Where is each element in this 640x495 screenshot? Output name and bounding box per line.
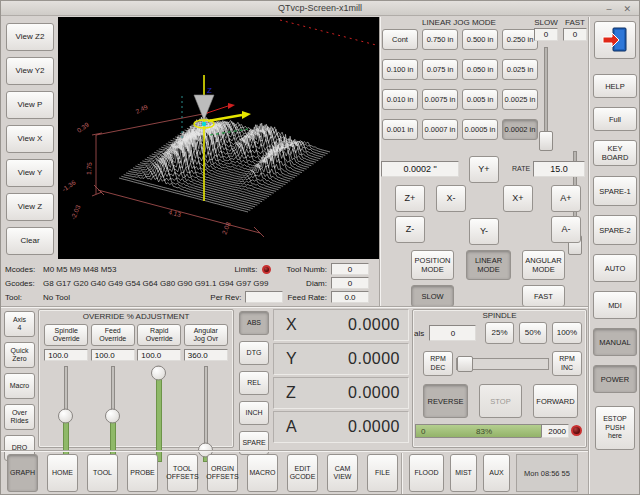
slow-speed-button[interactable]: SLOW xyxy=(411,285,454,307)
jog-increment-0250[interactable]: 0.250 in xyxy=(502,29,538,50)
estop-button[interactable]: ESTOP PUSH here xyxy=(595,406,635,450)
spare-2-button[interactable]: SPARE-2 xyxy=(593,215,637,245)
mdi-mode-button[interactable]: MDI xyxy=(593,291,637,319)
rpm-dec-button[interactable]: RPM DEC xyxy=(423,351,453,376)
nav-orgin-offsets-button[interactable]: ORGIN OFFSETS xyxy=(207,454,238,492)
jog-x-plus-button[interactable]: X+ xyxy=(503,185,533,212)
view-x-button[interactable]: View X xyxy=(6,125,54,153)
rapid-override-button[interactable]: Rapid Override xyxy=(137,324,181,346)
angular-mode-button[interactable]: ANGULAR MODE xyxy=(522,250,565,280)
fast-speed-button[interactable]: FAST xyxy=(522,285,565,307)
help-button[interactable]: HELP xyxy=(593,74,637,98)
dro-tab-abs[interactable]: ABS xyxy=(239,311,269,335)
x-axis-arrow-head xyxy=(228,103,235,109)
nav-tool-button[interactable]: TOOL xyxy=(87,454,118,492)
tab-axis-4[interactable]: Axis 4 xyxy=(4,311,35,337)
jog-increment-0025[interactable]: 0.025 in xyxy=(502,59,538,80)
nav-cam-view-button[interactable]: CAM VIEW xyxy=(327,454,358,492)
gremlin-3d-view[interactable]: 0.39 1.75 -1.36 2.49 4.13 -2.03 2.08 Z xyxy=(58,17,379,259)
spindle-rpm-spinbox[interactable]: 2000 xyxy=(541,424,569,438)
full-button[interactable]: Full xyxy=(593,107,637,131)
jog-increment-cont[interactable]: Cont xyxy=(382,29,418,50)
jog-y-minus-button[interactable]: Y- xyxy=(469,218,499,245)
aux-button[interactable]: AUX xyxy=(483,454,510,492)
mist-button[interactable]: MIST xyxy=(450,454,477,492)
flood-button[interactable]: FLOOD xyxy=(409,454,444,492)
slow-rate-spinbox[interactable]: 0 xyxy=(534,28,558,41)
spindle-100pct-button[interactable]: 100% xyxy=(552,322,582,344)
jog-increment-0075[interactable]: 0.075 in xyxy=(422,59,458,80)
jog-y-plus-button[interactable]: Y+ xyxy=(469,156,499,183)
spindle-reverse-button[interactable]: REVERSE xyxy=(423,384,468,418)
linear-mode-button[interactable]: LINEAR MODE xyxy=(466,250,511,280)
jog-increment-0005[interactable]: 0.005 in xyxy=(462,89,498,110)
jog-increment-0010[interactable]: 0.010 in xyxy=(382,89,418,110)
power-button[interactable]: POWER xyxy=(593,365,637,393)
jog-x-minus-button[interactable]: X- xyxy=(436,185,466,212)
spindle-50pct-button[interactable]: 50% xyxy=(519,322,547,344)
keyboard-button[interactable]: KEY BOARD xyxy=(593,140,637,166)
diam-field[interactable]: 0 xyxy=(331,277,369,289)
minimize-button[interactable]: – xyxy=(606,4,611,14)
feed-override-slider[interactable] xyxy=(104,366,122,462)
dro-tab-rel[interactable]: REL xyxy=(239,371,269,395)
manual-mode-button[interactable]: MANUAL xyxy=(593,328,637,356)
spindle-rpm-slider[interactable] xyxy=(456,354,549,374)
tab-quick-zero[interactable]: Quick Zero xyxy=(4,342,35,368)
auto-mode-button[interactable]: AUTO xyxy=(593,254,637,282)
tab-macro[interactable]: Macro xyxy=(4,373,35,399)
spindle-override-button[interactable]: Spindle Override xyxy=(44,324,88,346)
view-p-button[interactable]: View P xyxy=(6,91,54,119)
dro-tab-inch[interactable]: INCH xyxy=(239,401,269,425)
view-y2-button[interactable]: View Y2 xyxy=(6,57,54,85)
fast-rate-spinbox[interactable]: 0 xyxy=(563,28,587,41)
jog-increment-0001[interactable]: 0.001 in xyxy=(382,119,418,140)
spindle-rpm-slider-handle[interactable] xyxy=(457,356,473,372)
jog-increment-00002[interactable]: 0.0002 in xyxy=(502,119,538,140)
spindle-stop-button[interactable]: STOP xyxy=(479,384,522,418)
exit-button[interactable] xyxy=(594,21,636,59)
nav-probe-button[interactable]: PROBE xyxy=(127,454,158,492)
nav-home-button[interactable]: HOME xyxy=(47,454,78,492)
jog-z-minus-button[interactable]: Z- xyxy=(395,216,425,243)
jog-a-plus-button[interactable]: A+ xyxy=(551,185,581,212)
nav-file-button[interactable]: FILE xyxy=(367,454,398,492)
view-y-button[interactable]: View Y xyxy=(6,159,54,187)
spindle-override-slider[interactable] xyxy=(57,366,75,462)
jog-a-minus-button[interactable]: A- xyxy=(551,216,581,243)
spare-1-button[interactable]: SPARE-1 xyxy=(593,176,637,206)
rpm-inc-button[interactable]: RPM INC xyxy=(552,351,582,376)
jog-increment-0500[interactable]: 0.500 in xyxy=(462,29,498,50)
spindle-25pct-button[interactable]: 25% xyxy=(485,322,513,344)
dro-tab-dtg[interactable]: DTG xyxy=(239,341,269,365)
jog-increment-0050[interactable]: 0.050 in xyxy=(462,59,498,80)
feed-override-button[interactable]: Feed Override xyxy=(91,324,135,346)
jog-increment-0750[interactable]: 0.750 in xyxy=(422,29,458,50)
jog-increment-00007[interactable]: 0.0007 in xyxy=(422,119,458,140)
qtvcp-window: { "window": {"title": "QTvcp-Screen-x1mi… xyxy=(0,0,640,495)
angular-jog-override-slider[interactable] xyxy=(197,366,215,462)
per-rev-field[interactable] xyxy=(245,291,283,303)
close-button[interactable]: ✕ xyxy=(623,4,631,14)
jog-z-plus-button[interactable]: Z+ xyxy=(395,185,425,212)
feed-rate-field[interactable]: 0.0 xyxy=(331,291,369,303)
rapid-override-slider[interactable] xyxy=(150,366,168,462)
nav-graph-button[interactable]: GRAPH xyxy=(7,454,38,492)
jog-increment-0100[interactable]: 0.100 in xyxy=(382,59,418,80)
angular-jog-override-button[interactable]: Angular Jog Ovr xyxy=(184,324,228,346)
view-z2-button[interactable]: View Z2 xyxy=(6,23,54,51)
jog-increment-00075[interactable]: 0.0075 in xyxy=(422,89,458,110)
dro-axis-value: 0.0000 xyxy=(348,418,400,436)
nav-tool-offsets-button[interactable]: TOOL OFFSETS xyxy=(167,454,198,492)
jog-increment-00025[interactable]: 0.0025 in xyxy=(502,89,538,110)
position-mode-button[interactable]: POSITION MODE xyxy=(411,250,454,280)
slow-rate-slider[interactable] xyxy=(539,47,553,151)
jog-increment-00005[interactable]: 0.0005 in xyxy=(462,119,498,140)
view-z-button[interactable]: View Z xyxy=(6,193,54,221)
nav-macro-button[interactable]: MACRO xyxy=(247,454,278,492)
spindle-forward-button[interactable]: FORWARD xyxy=(533,384,578,418)
tool-numb-field[interactable]: 0 xyxy=(331,263,369,275)
clear-button[interactable]: Clear xyxy=(6,227,54,255)
tab-over-rides[interactable]: Over Rides xyxy=(4,404,35,430)
nav-edit-gcode-button[interactable]: EDIT GCODE xyxy=(287,454,318,492)
